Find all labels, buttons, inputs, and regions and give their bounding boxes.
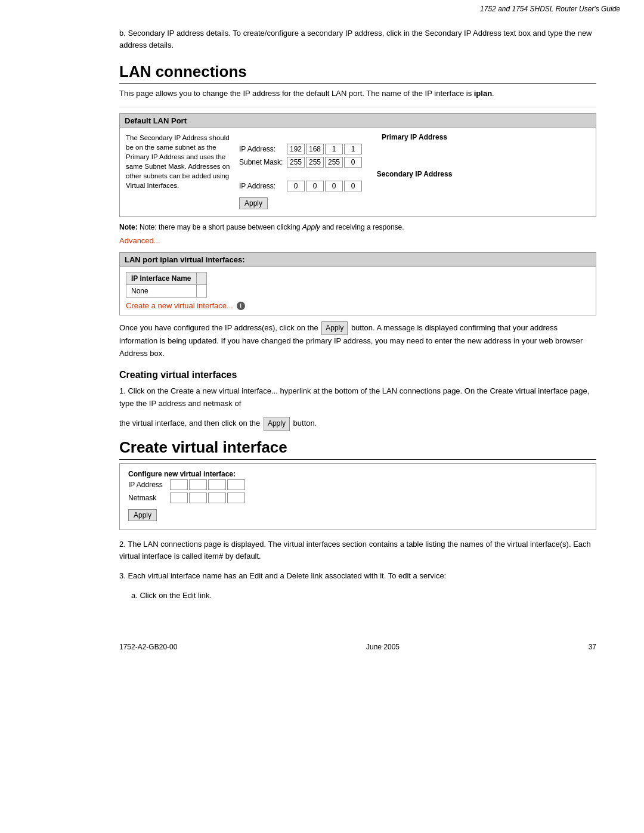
step1b-intro: the virtual interface, and then click on… <box>119 419 262 428</box>
secondary-ip-label: Secondary IP Address <box>239 170 590 178</box>
subnet-mask-label: Subnet Mask: <box>239 158 287 166</box>
secondary-ip-3[interactable] <box>325 181 343 191</box>
note-text: Note: Note: there may be a short pause b… <box>119 223 596 231</box>
section-desc-text2: . <box>492 89 494 98</box>
virtual-panel-body: IP Interface Name None Create a new virt… <box>120 267 596 315</box>
body-p1a: Once you have configured the IP address(… <box>119 323 320 332</box>
step1c-text: button. <box>291 419 317 428</box>
intro-text: b. Secondary IP address details. To crea… <box>119 27 596 51</box>
step3-text: 3. Each virtual interface name has an Ed… <box>119 570 596 583</box>
advanced-link[interactable]: Advanced... <box>119 236 596 245</box>
step1-text: 1. Click on the Create a new virtual int… <box>119 385 596 410</box>
apply-btn-container: Apply <box>239 194 590 212</box>
create-netmask-1[interactable] <box>170 493 188 503</box>
step2-text: 2. The LAN connections page is displayed… <box>119 538 596 563</box>
secondary-ip-fields <box>287 181 362 191</box>
primary-ip-label: Primary IP Address <box>239 133 590 141</box>
default-lan-panel-body: The Secondary IP Address should be on th… <box>120 128 596 216</box>
apply-inline-btn2: Apply <box>264 417 290 431</box>
footer-right: 37 <box>589 643 596 651</box>
default-lan-header-text: Default LAN Port <box>125 116 187 125</box>
configure-label: Configure new virtual interface: <box>128 470 587 478</box>
table-cell-none: None <box>126 284 197 297</box>
create-netmask-2[interactable] <box>189 493 207 503</box>
create-netmask-4[interactable] <box>227 493 245 503</box>
table-header-col1: IP Interface Name <box>126 272 197 284</box>
ip-address-label1: IP Address: <box>239 145 287 153</box>
note-text1: Note: there may be a short pause between… <box>140 223 302 231</box>
table-header-col2 <box>196 272 206 284</box>
apply-button-lan[interactable]: Apply <box>239 197 268 209</box>
secondary-ip-row: IP Address: <box>239 181 590 191</box>
create-netmask-label: Netmask <box>128 494 170 502</box>
default-lan-panel-header: Default LAN Port <box>120 114 596 128</box>
note-apply-italic: Apply <box>302 223 320 231</box>
create-link-row: Create a new virtual interface... i <box>126 301 590 311</box>
secondary-ip-4[interactable] <box>344 181 362 191</box>
lan-connections-heading: LAN connections <box>119 63 596 84</box>
create-ip-fields <box>170 479 245 490</box>
primary-ip-3[interactable] <box>325 144 343 154</box>
subnet-mask-row: Subnet Mask: <box>239 157 590 168</box>
footer-left: 1752-A2-GB20-00 <box>119 643 177 651</box>
create-netmask-3[interactable] <box>208 493 226 503</box>
create-netmask-row: Netmask <box>128 493 587 503</box>
primary-ip-fields <box>287 144 362 154</box>
subnet-mask-3[interactable] <box>325 157 343 168</box>
page-footer: 1752-A2-GB20-00 June 2005 37 <box>0 633 644 661</box>
table-header-row: IP Interface Name <box>126 272 207 284</box>
side-note: The Secondary IP Address should be on th… <box>126 133 233 191</box>
note-text2: and receiving a response. <box>320 223 404 231</box>
create-virtual-link[interactable]: Create a new virtual interface... <box>126 301 233 310</box>
page-container: 1752 and 1754 SHDSL Router User's Guide … <box>0 0 644 833</box>
primary-ip-row: IP Address: <box>239 144 590 154</box>
apply-button-create[interactable]: Apply <box>128 509 157 521</box>
create-virtual-heading: Create virtual interface <box>119 438 596 460</box>
step1b-text: the virtual interface, and then click on… <box>119 417 596 431</box>
subnet-mask-1[interactable] <box>287 157 305 168</box>
create-ip-4[interactable] <box>227 479 245 490</box>
subnet-mask-fields <box>287 157 362 168</box>
creating-virtual-heading: Creating virtual interfaces <box>119 370 596 380</box>
create-ip-2[interactable] <box>189 479 207 490</box>
separator1 <box>119 107 596 107</box>
note-bold: Note: <box>119 223 138 231</box>
secondary-ip-1[interactable] <box>287 181 305 191</box>
create-panel-body: Configure new virtual interface: IP Addr… <box>120 464 596 529</box>
secondary-ip-2[interactable] <box>306 181 324 191</box>
primary-ip-4[interactable] <box>344 144 362 154</box>
footer-center: June 2005 <box>366 643 400 651</box>
primary-ip-2[interactable] <box>306 144 324 154</box>
table-cell-empty <box>196 284 206 297</box>
create-ip-3[interactable] <box>208 479 226 490</box>
header-title: 1752 and 1754 SHDSL Router User's Guide <box>480 5 620 13</box>
step1a-text: 1. Click on the Create a new virtual int… <box>119 386 589 408</box>
apply-description: Once you have configured the IP address(… <box>119 321 596 360</box>
virtual-interfaces-panel: LAN port iplan virtual interfaces: IP In… <box>119 252 596 316</box>
ip-address-label2: IP Address: <box>239 182 287 190</box>
apply-inline-btn1: Apply <box>321 321 348 335</box>
page-header: 1752 and 1754 SHDSL Router User's Guide <box>0 0 644 16</box>
default-lan-panel: Default LAN Port The Secondary IP Addres… <box>119 113 596 217</box>
create-netmask-fields <box>170 493 245 503</box>
content-area: b. Secondary IP address details. To crea… <box>0 16 644 621</box>
lan-section-desc: This page allows you to change the IP ad… <box>119 88 596 100</box>
subnet-mask-4[interactable] <box>344 157 362 168</box>
create-ip-1[interactable] <box>170 479 188 490</box>
create-virtual-panel: Configure new virtual interface: IP Addr… <box>119 463 596 530</box>
create-ip-label: IP Address <box>128 481 170 489</box>
step3a-text: a. Click on the Edit link. <box>119 590 596 602</box>
virtual-interfaces-table: IP Interface Name None <box>126 272 207 298</box>
create-ip-row: IP Address <box>128 479 587 490</box>
section-desc-text1: This page allows you to change the IP ad… <box>119 89 474 98</box>
virtual-panel-header: LAN port iplan virtual interfaces: <box>120 253 596 267</box>
virtual-panel-header-text: LAN port iplan virtual interfaces: <box>125 255 245 264</box>
subnet-mask-2[interactable] <box>306 157 324 168</box>
interface-name: iplan <box>474 89 492 98</box>
form-area: Primary IP Address IP Address: Subnet Ma… <box>239 133 590 212</box>
table-row: None <box>126 284 207 297</box>
info-icon[interactable]: i <box>237 302 245 310</box>
primary-ip-1[interactable] <box>287 144 305 154</box>
